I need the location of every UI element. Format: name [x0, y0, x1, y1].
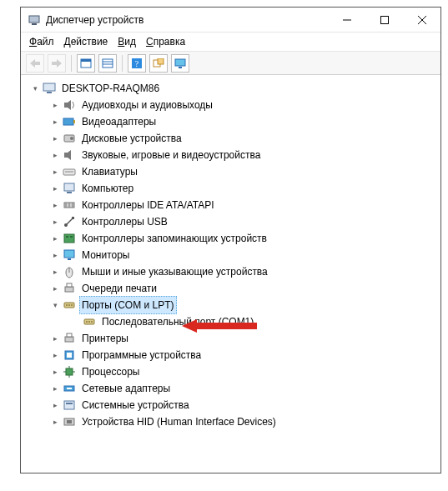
tree-item-system-devices[interactable]: ▸ Системные устройства: [24, 397, 437, 413]
svg-marker-26: [64, 150, 71, 160]
menu-file[interactable]: Файл: [29, 36, 54, 48]
forward-button[interactable]: [48, 54, 66, 73]
tree-item-monitors[interactable]: ▸ Мониторы: [24, 247, 437, 263]
tree-item-print-queues[interactable]: ▸ Очереди печати: [24, 280, 437, 297]
chevron-down-icon[interactable]: ▾: [49, 299, 61, 311]
tree-item-audio-io[interactable]: ▸ Аудиовходы и аудиовыходы: [24, 97, 437, 113]
device-tree[interactable]: ▾ DESKTOP-R4AQM86 ▸ Аудиовходы и аудиовы…: [21, 75, 440, 473]
arrow-left-icon: [30, 59, 40, 68]
tree-item-network-adapters[interactable]: ▸ Сетевые адаптеры: [24, 380, 437, 397]
tree-item-storage-controllers[interactable]: ▸ Контроллеры запоминающих устройств: [24, 230, 437, 247]
tree-item-label: Дисковые устройства: [79, 130, 184, 147]
chevron-right-icon[interactable]: ▸: [49, 283, 61, 294]
chevron-right-icon[interactable]: ▸: [49, 216, 61, 228]
window-controls: [328, 8, 440, 32]
chevron-right-icon[interactable]: ▸: [49, 399, 61, 411]
toolbar-separator: [71, 55, 72, 72]
svg-point-48: [66, 304, 68, 306]
chevron-right-icon[interactable]: ▸: [49, 149, 61, 161]
tree-item-computer[interactable]: ▸ Компьютер: [24, 180, 437, 197]
scan-button[interactable]: [149, 54, 168, 73]
chevron-right-icon[interactable]: ▸: [49, 266, 61, 278]
scan-icon: [153, 58, 164, 68]
close-icon: [418, 16, 426, 24]
tree-item-keyboards[interactable]: ▸ Клавиатуры: [24, 163, 437, 180]
svg-rect-0: [29, 16, 39, 23]
minimize-button[interactable]: [328, 8, 365, 32]
chevron-right-icon[interactable]: ▸: [49, 99, 61, 111]
mouse-icon: [63, 265, 76, 278]
chevron-right-icon[interactable]: ▸: [49, 333, 61, 344]
chevron-right-icon[interactable]: ▸: [49, 233, 61, 244]
svg-rect-22: [63, 118, 73, 125]
toolbar-separator: [122, 55, 123, 72]
tree-item-label: Устройства HID (Human Interface Devices): [79, 413, 279, 430]
tree-item-display-adapters[interactable]: ▸ Видеоадаптеры: [24, 113, 437, 130]
speaker-icon: [63, 98, 76, 112]
printer-icon: [63, 332, 76, 345]
menu-help[interactable]: Справка: [146, 36, 185, 48]
disk-icon: [63, 132, 76, 145]
tree-item-label: Программные устройства: [79, 347, 204, 363]
maximize-icon: [380, 16, 389, 24]
svg-rect-41: [64, 250, 74, 258]
chevron-right-icon[interactable]: ▸: [49, 249, 61, 261]
tree-item-label: Сетевые адаптеры: [79, 380, 173, 397]
chevron-right-icon[interactable]: ▸: [49, 166, 61, 178]
help-icon: ?: [131, 58, 143, 69]
chevron-right-icon[interactable]: ▸: [49, 366, 61, 378]
chevron-right-icon[interactable]: ▸: [49, 199, 61, 211]
chevron-right-icon[interactable]: ▸: [49, 383, 61, 394]
chevron-right-icon[interactable]: ▸: [49, 416, 61, 428]
minimize-icon: [343, 16, 351, 24]
tree-root[interactable]: ▾ DESKTOP-R4AQM86: [24, 80, 437, 97]
tree-item-ports[interactable]: ▾ Порты (COM и LPT): [24, 297, 437, 313]
computer-icon: [43, 82, 56, 95]
svg-rect-59: [66, 368, 73, 375]
sound-icon: [63, 148, 76, 162]
tree-item-label: Контроллеры запоминающих устройств: [79, 230, 269, 247]
svg-rect-69: [67, 420, 72, 423]
svg-rect-3: [380, 16, 388, 23]
svg-rect-45: [65, 287, 73, 292]
chevron-down-icon[interactable]: ▾: [29, 83, 41, 94]
show-hidden-button[interactable]: [171, 54, 189, 73]
tree-item-printers[interactable]: ▸ Принтеры: [24, 330, 437, 347]
svg-rect-10: [103, 59, 113, 68]
svg-point-49: [68, 304, 70, 306]
svg-rect-18: [179, 67, 182, 68]
tree-item-disk-drives[interactable]: ▸ Дисковые устройства: [24, 130, 437, 147]
menu-action[interactable]: Действие: [64, 36, 108, 48]
tree-item-processors[interactable]: ▸ Процессоры: [24, 363, 437, 380]
tree-root-label: DESKTOP-R4AQM86: [59, 80, 162, 97]
svg-rect-58: [67, 353, 72, 358]
svg-rect-29: [64, 183, 74, 191]
menu-view[interactable]: Вид: [118, 36, 136, 48]
tree-item-software-devices[interactable]: ▸ Программные устройства: [24, 347, 437, 363]
tree-item-label: Мониторы: [79, 247, 132, 263]
tree-item-mice[interactable]: ▸ Мыши и иные указывающие устройства: [24, 263, 437, 280]
chevron-right-icon[interactable]: ▸: [49, 116, 61, 128]
svg-rect-56: [67, 333, 72, 337]
tree-item-ide-ata[interactable]: ▸ Контроллеры IDE ATA/ATAPI: [24, 197, 437, 213]
maximize-button[interactable]: [365, 8, 403, 32]
chevron-right-icon[interactable]: ▸: [49, 183, 61, 194]
device-manager-window: Диспетчер устройств Файл Действие Вид Сп…: [20, 7, 441, 473]
chevron-right-icon[interactable]: ▸: [49, 349, 61, 361]
chevron-right-icon[interactable]: ▸: [49, 133, 61, 144]
help-button[interactable]: ?: [128, 54, 146, 73]
properties-button[interactable]: [77, 54, 95, 73]
back-button[interactable]: [26, 54, 44, 73]
tree-item-usb[interactable]: ▸ Контроллеры USB: [24, 213, 437, 230]
svg-rect-66: [64, 401, 74, 409]
svg-point-50: [71, 304, 73, 306]
svg-rect-38: [64, 234, 74, 243]
tree-item-sound-game-video[interactable]: ▸ Звуковые, игровые и видеоустройства: [24, 147, 437, 163]
close-button[interactable]: [403, 8, 440, 32]
tree-item-hid[interactable]: ▸ Устройства HID (Human Interface Device…: [24, 413, 437, 430]
tree-item-label: Контроллеры USB: [79, 213, 170, 230]
port-icon: [63, 298, 76, 312]
view-list-button[interactable]: [98, 54, 117, 73]
hid-icon: [63, 415, 76, 428]
tree-item-com1[interactable]: ▸ Последовательный порт (COM1): [24, 313, 437, 330]
